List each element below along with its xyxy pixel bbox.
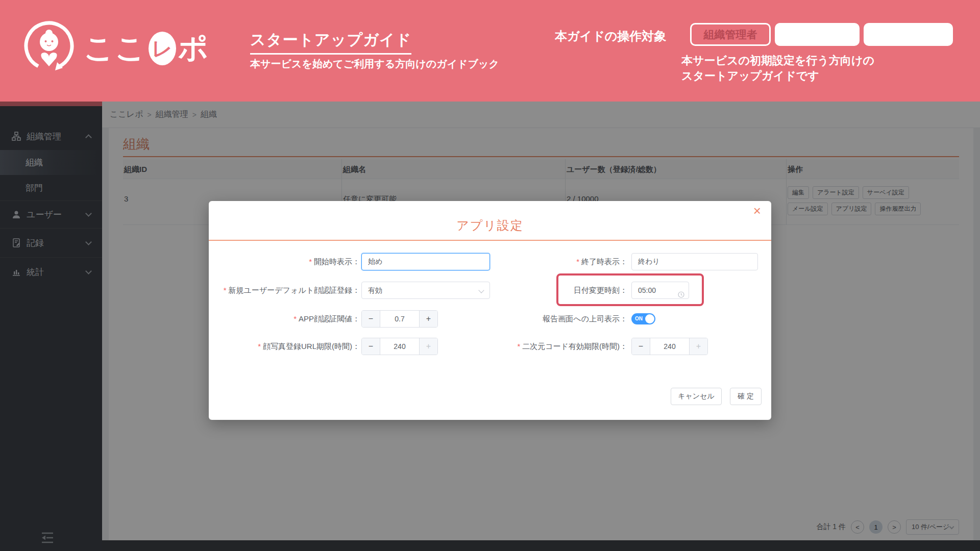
logo-mascot-icon [22,19,76,74]
face-photo-url-limit-label: *顔写真登録URL期限(時間)： [219,338,360,355]
increment-button[interactable]: + [689,338,707,355]
qr-code-limit-value[interactable]: 240 [650,338,689,355]
guide-subtitle: 本サービスを始めてご利用する方向けのガイドブック [250,57,499,71]
required-asterisk: * [309,257,312,266]
required-asterisk: * [576,257,579,266]
face-photo-url-limit-stepper: − 240 + [361,338,438,355]
required-asterisk: * [258,342,261,350]
modal-title: アプリ設定 [209,217,771,234]
decrement-button[interactable]: − [632,338,650,355]
logo-circle: レ [149,32,176,65]
end-display-label: *終了時表示： [495,253,627,270]
start-display-input[interactable] [361,253,490,270]
logo-text-3: ポ [178,29,209,68]
app-face-threshold-label: *APP顔認証閾値： [219,310,360,328]
supervisor-display-label: 報告画面への上司表示： [495,310,627,328]
face-auth-default-select[interactable]: 有効 [361,282,490,299]
supervisor-display-toggle[interactable]: ON [631,313,655,324]
modal-title-divider [209,240,771,241]
decrement-button[interactable]: − [362,311,380,327]
required-asterisk: * [293,314,297,323]
app-face-threshold-stepper: − 0.7 + [361,310,438,328]
app-settings-modal: × アプリ設定 *開始時表示： *終了時表示： *新規ユーザーデフォルト顔認証登… [209,201,771,420]
app-face-threshold-value[interactable]: 0.7 [380,311,419,327]
guide-title: スタートアップガイド [250,30,411,55]
chevron-down-icon [478,287,484,293]
logo-text-1: ここ [84,29,146,68]
guide-description: 本サービスの初期設定を行う方向けの スタートアップガイドです [681,53,874,84]
decrement-button[interactable]: − [362,338,380,355]
toggle-knob [645,314,654,323]
toggle-on-label: ON [635,316,643,321]
required-asterisk: * [517,342,520,350]
increment-button[interactable]: + [419,311,437,327]
clock-icon [678,287,684,304]
qr-code-limit-stepper: − 240 + [631,338,708,355]
qr-code-limit-label: *二次元コード有効期限(時間)： [495,338,627,355]
guide-description-line2: スタートアップガイドです [681,68,874,84]
cancel-button[interactable]: キャンセル [671,388,722,405]
close-icon[interactable]: × [753,204,761,217]
face-photo-url-limit-value[interactable]: 240 [380,338,419,355]
end-display-input[interactable] [631,253,758,270]
screen: ここ レ ポ スタートアップガイド 本サービスを始めてご利用する方向けのガイドブ… [0,0,980,551]
date-change-time-input[interactable]: 05:00 [631,282,689,299]
app-logo: ここ レ ポ [84,29,209,68]
confirm-button[interactable]: 確 定 [730,388,762,405]
date-change-time-label: 日付変更時刻： [495,282,627,299]
role-badge-blank-2 [864,23,953,46]
guide-description-line1: 本サービスの初期設定を行う方向けの [681,53,874,68]
guide-banner: ここ レ ポ スタートアップガイド 本サービスを始めてご利用する方向けのガイドブ… [0,0,980,102]
logo-text-2: レ [152,35,173,63]
start-display-label: *開始時表示： [219,253,360,270]
required-asterisk: * [224,286,227,294]
guide-target-label: 本ガイドの操作対象 [555,28,666,44]
face-auth-default-label: *新規ユーザーデフォルト顔認証登録： [219,282,360,299]
role-badge-org-admin: 組織管理者 [690,23,771,46]
face-auth-default-value: 有効 [368,286,382,294]
increment-button[interactable]: + [419,338,437,355]
role-badge-blank-1 [775,23,860,46]
date-change-time-value: 05:00 [638,286,656,294]
